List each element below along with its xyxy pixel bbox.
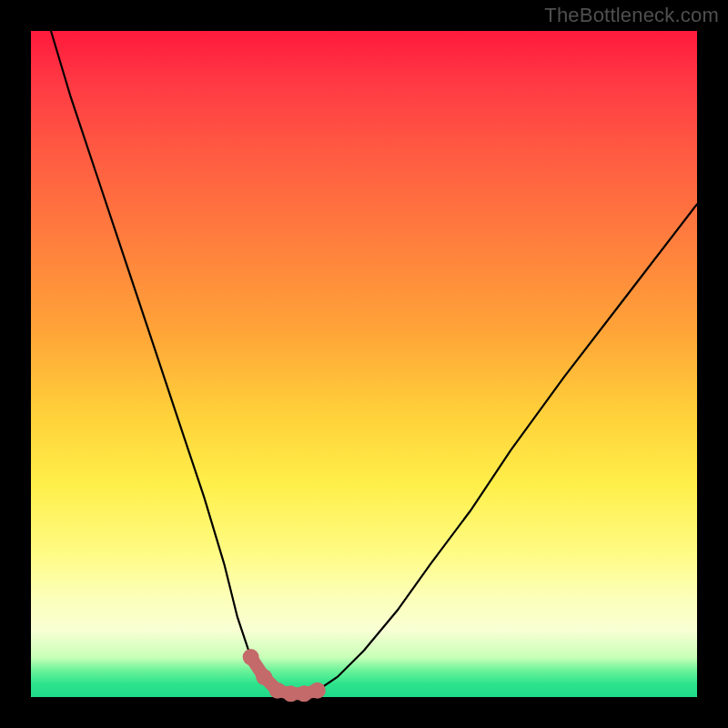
valley-dot	[309, 682, 326, 699]
chart-frame: TheBottleneck.com	[0, 0, 728, 728]
plot-area	[31, 31, 697, 697]
watermark-text: TheBottleneck.com	[544, 4, 719, 27]
curve-svg	[31, 31, 697, 697]
valley-dots	[243, 649, 326, 702]
valley-dot	[256, 669, 272, 685]
valley-dot	[243, 649, 259, 665]
bottleneck-curve	[51, 31, 697, 693]
